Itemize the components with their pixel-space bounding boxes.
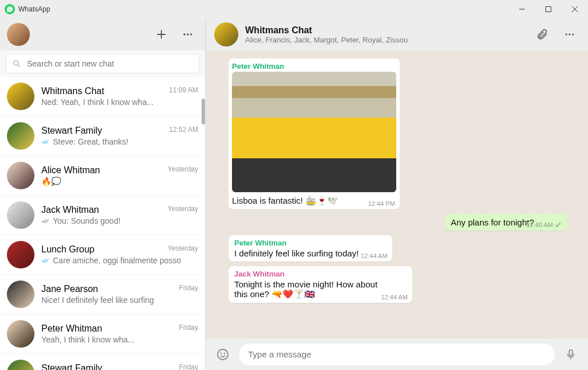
- chat-list-item[interactable]: Stewart Family Friday Steve: Great, than…: [0, 354, 205, 370]
- svg-point-7: [572, 33, 574, 35]
- chat-name: Jack Whitman: [41, 205, 99, 215]
- sidebar-menu-button[interactable]: [177, 24, 198, 45]
- chat-menu-button[interactable]: [559, 24, 580, 45]
- chat-name: Lunch Group: [41, 244, 95, 255]
- chat-list-item[interactable]: Whitmans Chat 11:09 AM Ned: Yeah, I thin…: [0, 77, 205, 116]
- chat-time: Yesterday: [168, 244, 198, 255]
- svg-point-2: [187, 33, 188, 35]
- chat-preview: Ned: Yeah, I think I know wha...: [41, 98, 198, 107]
- avatar: [7, 360, 34, 370]
- menu-icon: [564, 29, 575, 40]
- chat-preview: Care amiche, oggi finalmente posso: [41, 256, 198, 265]
- avatar: [7, 122, 34, 150]
- avatar: [7, 320, 34, 348]
- chat-preview: 🔥💭: [41, 177, 198, 186]
- chat-subtitle: Alice, Francis, Jack, Margot, Peter, Roy…: [245, 36, 408, 44]
- chat-list-item[interactable]: Peter Whitman Friday Yeah, I think I kno…: [0, 314, 205, 354]
- chat-list-item[interactable]: Stewart Family 12:52 AM Steve: Great, th…: [0, 116, 205, 156]
- chat-preview: You: Sounds good!: [41, 216, 198, 225]
- emoji-icon: [216, 348, 230, 361]
- avatar: [7, 83, 34, 110]
- chat-list[interactable]: Whitmans Chat 11:09 AM Ned: Yeah, I thin…: [0, 77, 205, 370]
- message-bubble-incoming[interactable]: Peter Whitman Lisboa is fantastic! 🚋🍷🕊️ …: [229, 59, 400, 209]
- message-composer: [206, 338, 588, 370]
- new-chat-button[interactable]: [151, 24, 172, 45]
- conversation-panel: Whitmans Chat Alice, Francis, Jack, Marg…: [206, 18, 588, 370]
- chat-name: Whitmans Chat: [41, 86, 104, 96]
- chat-list-item[interactable]: Jane Pearson Friday Nice! I definitely f…: [0, 275, 205, 314]
- message-input[interactable]: [239, 344, 555, 365]
- menu-icon: [182, 29, 194, 40]
- chat-list-item[interactable]: Jack Whitman Yesterday You: Sounds good!: [0, 196, 205, 235]
- chat-name: Peter Whitman: [41, 324, 102, 334]
- svg-point-4: [14, 61, 18, 65]
- message-timestamp: 12:44 AM: [381, 294, 408, 301]
- chat-name: Stewart Family: [41, 126, 102, 136]
- avatar: [7, 162, 34, 189]
- svg-rect-0: [546, 7, 551, 12]
- whatsapp-icon: [5, 4, 15, 14]
- chat-list-item[interactable]: Lunch Group Yesterday Care amiche, oggi …: [0, 235, 205, 275]
- search-input[interactable]: [27, 59, 193, 68]
- chat-time: Friday: [179, 284, 198, 294]
- sidebar: Whitmans Chat 11:09 AM Ned: Yeah, I thin…: [0, 18, 206, 370]
- search-input-wrapper[interactable]: [6, 54, 199, 73]
- message-bubble-incoming[interactable]: Peter Whitman I definitely feel like sur…: [229, 235, 392, 262]
- chat-time: Yesterday: [168, 165, 198, 176]
- attach-button[interactable]: [532, 24, 552, 45]
- chat-title: Whitmans Chat: [245, 25, 408, 36]
- svg-point-8: [218, 349, 228, 360]
- svg-point-9: [220, 352, 222, 353]
- search-icon: [12, 59, 21, 68]
- emoji-button[interactable]: [212, 344, 233, 365]
- chat-time: Yesterday: [168, 205, 198, 215]
- message-sender: Peter Whitman: [234, 239, 388, 247]
- chat-time: Friday: [179, 363, 198, 370]
- svg-point-6: [568, 33, 570, 35]
- message-thread[interactable]: Peter Whitman Lisboa is fantastic! 🚋🍷🕊️ …: [206, 50, 588, 338]
- mic-button[interactable]: [560, 344, 581, 365]
- message-timestamp: 12:40 AM: [527, 221, 563, 228]
- chat-list-item[interactable]: Alice Whitman Yesterday 🔥💭: [0, 156, 205, 196]
- message-timestamp: 12:44 AM: [361, 252, 387, 259]
- tick-icon: [41, 218, 51, 224]
- chat-preview: Steve: Great, thanks!: [41, 137, 198, 146]
- window-titlebar: WhatsApp: [0, 0, 588, 18]
- message-bubble-incoming[interactable]: Jack Whitman Tonight is the movie night!…: [229, 266, 412, 303]
- message-sender: Jack Whitman: [234, 270, 408, 278]
- tick-icon: [41, 139, 51, 145]
- message-bubble-outgoing[interactable]: Any plans for tonight? 12:40 AM: [445, 214, 567, 231]
- minimize-button[interactable]: [509, 0, 535, 18]
- chat-time: 11:09 AM: [169, 86, 198, 96]
- tick-icon: [41, 258, 51, 263]
- scrollbar-thumb[interactable]: [202, 99, 205, 124]
- message-photo[interactable]: [232, 72, 396, 192]
- chat-time: Friday: [179, 324, 198, 334]
- chat-avatar: [214, 22, 238, 46]
- close-button[interactable]: [562, 0, 588, 18]
- avatar: [7, 281, 34, 308]
- chat-name: Stewart Family: [41, 363, 102, 370]
- svg-point-3: [190, 33, 192, 35]
- plus-icon: [155, 28, 168, 41]
- svg-point-1: [184, 33, 185, 35]
- svg-point-10: [224, 352, 225, 353]
- conversation-header[interactable]: Whitmans Chat Alice, Francis, Jack, Marg…: [206, 18, 588, 50]
- mic-icon: [564, 348, 577, 361]
- chat-time: 12:52 AM: [169, 126, 198, 136]
- maximize-button[interactable]: [535, 0, 562, 18]
- tick-icon: [555, 222, 563, 228]
- sidebar-header: [0, 18, 205, 50]
- message-timestamp: 12:44 PM: [368, 200, 395, 207]
- self-avatar[interactable]: [7, 23, 30, 46]
- message-sender: Peter Whitman: [232, 62, 396, 71]
- avatar: [7, 241, 34, 268]
- chat-preview: Nice! I definitely feel like surfing: [41, 295, 198, 305]
- attach-icon: [536, 28, 548, 41]
- chat-name: Alice Whitman: [41, 165, 100, 176]
- window-title: WhatsApp: [18, 5, 50, 13]
- chat-preview: Yeah, I think I know wha...: [41, 335, 198, 344]
- chat-name: Jane Pearson: [41, 284, 98, 294]
- svg-rect-11: [569, 349, 572, 355]
- svg-point-5: [566, 33, 567, 35]
